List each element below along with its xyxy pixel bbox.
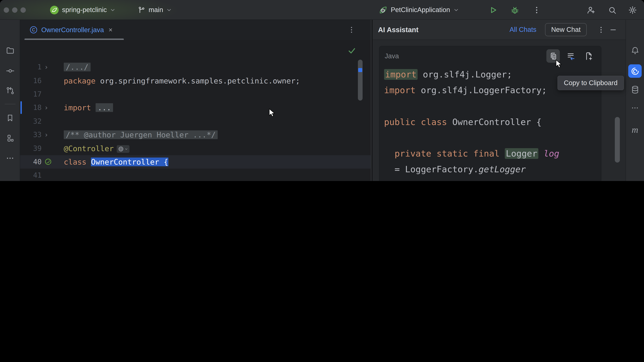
globe-inlay-icon[interactable] xyxy=(117,145,130,153)
ai-assistant-panel: AI Assistant All Chats New Chat Java imp… xyxy=(372,20,626,181)
ai-panel-header: AI Assistant All Chats New Chat xyxy=(373,20,626,40)
all-chats-link[interactable]: All Chats xyxy=(510,26,536,33)
hide-panel-icon[interactable] xyxy=(608,25,618,35)
code-line-1[interactable]: 1›/.../ xyxy=(20,60,371,74)
title-bar: spring-petclinic main PetClinicApplicati… xyxy=(0,0,644,20)
bookmarks-icon[interactable] xyxy=(3,111,17,125)
code-text[interactable]: /** @author Juergen Hoeller ...*/ xyxy=(64,130,371,139)
chat-code-line: public class OwnerController { xyxy=(384,114,599,130)
gutter-icons xyxy=(42,158,64,166)
code-line-41[interactable]: 41 xyxy=(20,169,371,181)
ai-panel-title: AI Assistant xyxy=(378,26,418,34)
right-tool-rail: m xyxy=(626,20,644,181)
project-folder-icon[interactable] xyxy=(3,43,17,57)
line-number[interactable]: 41 xyxy=(20,171,42,179)
inspections-ok-icon[interactable] xyxy=(347,46,356,55)
mouse-cursor xyxy=(268,109,276,117)
chat-code-line: private static final Logger log xyxy=(384,146,599,162)
run-configuration-widget[interactable]: PetClinicApplication xyxy=(378,0,459,20)
chat-scrollbar-thumb[interactable] xyxy=(615,117,620,163)
fold-arrow-icon[interactable]: › xyxy=(44,104,48,112)
mouse-cursor-copy xyxy=(555,60,562,68)
ai-assistant-icon[interactable] xyxy=(628,64,642,78)
line-number[interactable]: 17 xyxy=(20,90,42,98)
structure-icon[interactable] xyxy=(3,131,17,145)
notifications-bell-icon[interactable] xyxy=(628,43,642,57)
gutter-icons: › xyxy=(42,104,64,112)
fold-arrow-icon[interactable]: › xyxy=(44,63,48,71)
code-text[interactable]: class OwnerController { xyxy=(64,158,371,166)
chevron-down-icon xyxy=(110,7,116,13)
branch-name: main xyxy=(148,6,163,14)
maven-icon[interactable]: m xyxy=(628,123,642,136)
insert-at-caret-icon[interactable] xyxy=(564,49,578,63)
chat-code-line: (OwnerController.class); xyxy=(384,177,599,181)
chat-code-line xyxy=(384,98,599,114)
tab-label: OwnerController.java xyxy=(41,26,104,34)
editor-vertical-scrollbar[interactable] xyxy=(358,60,362,100)
chat-code-block: Java import org.slf4j.Logger;import org.… xyxy=(379,46,602,181)
traffic-light-minimize[interactable] xyxy=(12,7,18,13)
gutter-icons: › xyxy=(42,131,64,139)
vcs-change-bar xyxy=(20,101,22,114)
commit-icon[interactable] xyxy=(3,64,17,77)
ide-window: spring-petclinic main PetClinicApplicati… xyxy=(0,0,644,181)
code-text[interactable]: package org.springframework.samples.petc… xyxy=(64,76,371,85)
run-button[interactable] xyxy=(487,4,499,16)
branch-widget[interactable]: main xyxy=(138,0,172,20)
spring-logo-icon xyxy=(50,5,59,14)
code-text[interactable]: import ... xyxy=(64,103,371,112)
code-lines[interactable]: 1›/.../16package org.springframework.sam… xyxy=(20,60,371,181)
line-number[interactable]: 32 xyxy=(20,117,42,125)
line-number[interactable]: 39 xyxy=(20,144,42,152)
code-line-40[interactable]: 40class OwnerController { xyxy=(20,155,371,169)
spring-bean-icon[interactable] xyxy=(44,158,52,166)
code-text[interactable]: @Controller xyxy=(64,144,371,153)
debug-button[interactable] xyxy=(509,4,521,16)
search-everywhere-button[interactable] xyxy=(606,4,618,16)
tab-close-icon[interactable]: × xyxy=(109,26,112,34)
chat-code-line: = LoggerFactory.getLogger xyxy=(384,162,599,177)
traffic-light-close[interactable] xyxy=(4,7,9,13)
code-line-39[interactable]: 39@Controller xyxy=(20,142,371,155)
line-number[interactable]: 16 xyxy=(20,77,42,85)
database-icon[interactable] xyxy=(628,83,642,96)
line-number[interactable]: 33 xyxy=(20,131,42,139)
new-chat-button[interactable]: New Chat xyxy=(545,23,587,36)
code-line-32[interactable]: 32 xyxy=(20,114,371,128)
new-file-icon[interactable] xyxy=(582,49,595,63)
svg-text:C: C xyxy=(32,27,35,32)
line-number[interactable]: 1 xyxy=(20,63,42,71)
line-number[interactable]: 18 xyxy=(20,104,42,112)
code-line-16[interactable]: 16package org.springframework.samples.pe… xyxy=(20,74,371,87)
traffic-light-maximize[interactable] xyxy=(20,7,26,13)
project-name: spring-petclinic xyxy=(62,6,107,14)
more-actions-button[interactable] xyxy=(531,4,543,16)
add-user-button[interactable] xyxy=(585,4,597,16)
java-class-icon: C xyxy=(29,25,38,34)
tab-options-icon[interactable] xyxy=(346,25,356,35)
run-config-name: PetClinicApplication xyxy=(391,6,450,14)
code-line-18[interactable]: 18›import ... xyxy=(20,101,371,114)
more-tool-windows-icon[interactable] xyxy=(3,151,17,165)
more-tool-windows-icon[interactable] xyxy=(628,101,642,115)
gutter-icons: › xyxy=(42,63,64,71)
pull-request-icon[interactable] xyxy=(3,84,17,97)
git-branch-icon xyxy=(138,6,146,14)
project-widget[interactable]: spring-petclinic xyxy=(50,0,116,20)
vcs-scrollbar-mark xyxy=(358,68,362,72)
copy-to-clipboard-tooltip: Copy to Clipboard xyxy=(558,76,624,90)
code-text[interactable]: /.../ xyxy=(64,63,371,71)
panel-options-icon[interactable] xyxy=(596,25,606,35)
chat-code-line xyxy=(384,130,599,146)
tab-ownercontroller[interactable]: C OwnerController.java × xyxy=(24,20,117,40)
chevron-down-icon xyxy=(166,7,172,13)
fold-arrow-icon[interactable]: › xyxy=(44,131,48,139)
settings-gear-button[interactable] xyxy=(626,4,639,16)
code-line-33[interactable]: 33›/** @author Juergen Hoeller ...*/ xyxy=(20,128,371,142)
editor-tab-bar: C OwnerController.java × xyxy=(20,20,371,40)
editor-area[interactable]: C OwnerController.java × 1›/.../16packag… xyxy=(20,20,371,181)
code-line-17[interactable]: 17 xyxy=(20,87,371,101)
spring-run-config-icon xyxy=(378,5,388,14)
line-number[interactable]: 40 xyxy=(20,158,42,166)
